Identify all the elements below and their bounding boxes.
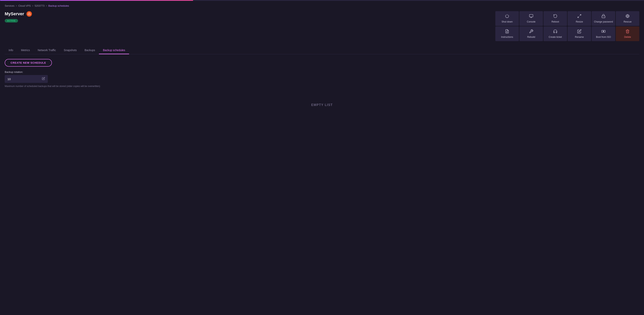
change-password-icon [601,14,606,19]
tab-info[interactable]: Info [5,46,17,54]
tab-metrics[interactable]: Metrics [17,46,34,54]
rescue-icon [626,14,630,19]
breadcrumb-sep-2: > [32,4,34,7]
breadcrumb-sep-1: > [16,4,17,7]
backup-rotation-label: Backup rotation: [5,70,639,74]
create-schedule-button[interactable]: CREATE NEW SCHEDULE [5,59,52,66]
delete-icon [626,29,630,34]
create-ticket-icon [553,29,558,34]
tab-snapshots[interactable]: Snapshots [60,46,81,54]
reboot-icon [553,14,558,19]
breadcrumb-cloud-vps[interactable]: Cloud VPS [18,4,31,7]
delete-label: Delete [624,36,631,38]
change-password-button[interactable]: Change password [592,11,615,26]
shut-down-label: Shut down [502,20,513,23]
rotation-value: 10 [8,78,11,81]
svg-point-1 [29,14,30,14]
shut-down-button[interactable]: Shut down [495,11,519,26]
rename-button[interactable]: Rename [568,26,591,41]
breadcrumb: Services > Cloud VPS > 5203773 > Backup … [0,1,644,9]
resize-button[interactable]: Resize [568,11,591,26]
resize-label: Resize [576,20,583,23]
ubuntu-icon [26,11,32,17]
instructions-button[interactable]: Instructions [495,26,519,41]
rename-label: Rename [575,36,584,38]
reboot-label: Reboot [552,20,559,23]
rebuild-label: Rebuild [527,36,535,38]
reboot-button[interactable]: Reboot [544,11,567,26]
rescue-label: Rescue [624,20,632,23]
action-grid: Shut down Console [495,11,639,41]
resize-icon [577,14,582,19]
svg-line-7 [578,16,579,18]
svg-line-6 [580,14,581,16]
svg-point-4 [28,14,28,15]
instructions-icon [505,29,509,34]
tab-network-traffic[interactable]: Network Traffic [34,46,60,54]
svg-point-19 [603,31,604,32]
boot-from-iso-button[interactable]: Boot from ISO [592,26,615,41]
breadcrumb-sep-3: > [46,4,47,7]
console-icon [529,14,533,19]
backup-schedules-content: CREATE NEW SCHEDULE Backup rotation: 10 … [5,59,639,107]
breadcrumb-server-id[interactable]: 5203773 [35,4,45,7]
boot-from-iso-icon [601,29,606,34]
create-ticket-button[interactable]: Create ticket [544,26,567,41]
instructions-label: Instructions [501,36,513,38]
empty-list-label: EMPTY LIST [5,103,639,107]
create-ticket-label: Create ticket [548,36,562,38]
tab-backups[interactable]: Backups [81,46,99,54]
console-label: Console [527,20,536,23]
svg-rect-5 [530,14,533,17]
breadcrumb-services[interactable]: Services [5,4,14,7]
change-password-label: Change password [594,20,613,23]
breadcrumb-current: Backup schedules [48,4,69,7]
boot-from-iso-label: Boot from ISO [596,36,611,38]
rebuild-button[interactable]: Rebuild [520,26,543,41]
rename-icon [577,29,582,34]
edit-rotation-icon[interactable] [42,77,45,81]
rotation-hint: Maximum number of scheduled backups that… [5,85,114,88]
status-badge: ACTIVE [5,19,18,22]
rebuild-icon [529,29,533,34]
server-name: MyServer [5,11,24,16]
tab-backup-schedules[interactable]: Backup schedules [99,46,129,54]
svg-point-2 [29,12,30,13]
svg-point-10 [627,15,628,17]
rotation-input-container: 10 [5,75,48,83]
tabs: Info Metrics Network Traffic Snapshots B… [5,46,639,54]
rescue-button[interactable]: Rescue [616,11,639,26]
svg-point-3 [30,14,30,15]
delete-button[interactable]: Delete [616,26,639,41]
console-button[interactable]: Console [520,11,543,26]
shut-down-icon [505,14,509,19]
svg-rect-8 [602,16,605,18]
